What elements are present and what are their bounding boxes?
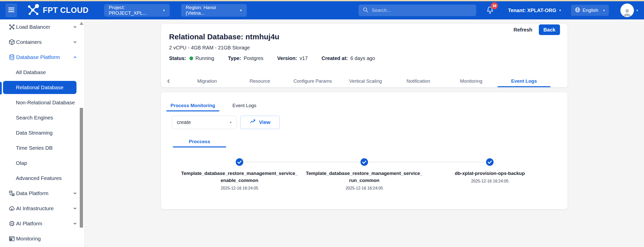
subtab-event-logs[interactable]: Event Logs [229,100,259,111]
chevron-down-icon [73,40,77,44]
project-selector[interactable]: Project: PROJECT_XPL... ▼ [104,4,170,17]
logo-text: FPT CLOUD [43,6,89,15]
tab-monitoring[interactable]: Monitoring [445,75,498,87]
sidebar-item-ai-infrastructure[interactable]: AI Infrastructure [0,201,84,216]
detail-tabs: Migration Resource Configure Params Vert… [161,75,568,87]
subtab-process-monitoring[interactable]: Process Monitoring [166,100,219,111]
database-icon [8,54,15,61]
step-name: enable_common [174,177,305,184]
search-icon [363,7,369,14]
sidebar-item-search-engines[interactable]: Search Engines [0,110,84,125]
search-input[interactable] [372,8,472,13]
timeline-connector [369,162,486,162]
status-running-dot [189,56,193,60]
tab-configure-params[interactable]: Configure Params [286,75,339,87]
chevron-down-icon: ▼ [239,9,242,12]
fpt-cloud-logo[interactable]: FPT CLOUD [27,4,89,17]
sidebar-item-label: Containers [16,39,42,45]
data-platform-icon [8,190,15,197]
sidebar-active-indicator [0,82,2,95]
status-value: Running [195,55,214,61]
back-button[interactable]: Back [539,24,560,35]
ai-chip-icon: AI [8,220,15,227]
tab-event-logs[interactable]: Event Logs [498,75,550,87]
sidebar-item-label: AI Platform [16,221,42,227]
process-type-select[interactable]: create ▼ [172,116,236,129]
chevron-down-icon: ▼ [636,9,638,12]
tenant-selector[interactable]: Tenant: XPLAT-ORG ▼ [508,8,561,13]
sidebar-nav: Load Balancer Containers [0,19,85,247]
tabs-scroll-left-button[interactable] [166,79,171,84]
tab-vertical-scaling[interactable]: Vertical Scaling [339,75,392,87]
user-menu[interactable]: ▼ [620,4,638,17]
sidebar-item-containers[interactable]: Containers [0,35,84,50]
sidebar-item-label: Database Platform [16,54,60,60]
avatar [620,4,634,17]
created-at-label: Created at: [321,55,348,61]
sidebar-item-non-relational-database[interactable]: Non-Relational Database [0,95,84,110]
event-logs-panel: Process Monitoring Event Logs create ▼ V… [161,92,568,209]
timeline-step: Template_database_restore_management_ser… [299,170,430,191]
chevron-down-icon: ▼ [163,9,165,12]
monitoring-icon [8,235,15,242]
language-selector-label: English [583,8,598,13]
tab-notification[interactable]: Notification [392,75,445,87]
sidebar-item-monitoring[interactable]: Monitoring [0,231,84,246]
step-name: Template_database_restore_management_ser… [299,170,430,177]
process-tab[interactable]: Proccess [173,136,226,147]
globe-icon [575,7,581,14]
sidebar-item-ai-platform[interactable]: AI AI Platform [0,216,84,231]
refresh-button[interactable]: Refresh [514,27,532,33]
sidebar-item-time-series-db[interactable]: Time Series DB [0,140,84,156]
sidebar-item-load-balancer[interactable]: Load Balancer [0,19,84,35]
sidebar-item-olap[interactable]: Olap [0,156,84,171]
notifications-button[interactable]: 39 [486,6,494,15]
panel-subtabs: Process Monitoring Event Logs [166,92,568,111]
sidebar-item-label: Monitoring [16,236,41,242]
process-type-select-value: create [177,119,191,125]
region-selector-label: Region: Hanoi (Vietna... [186,5,233,16]
sidebar-item-label: Load Balancer [16,24,50,30]
hamburger-menu-button[interactable] [6,4,17,17]
type-value: Postgres [244,55,263,61]
sidebar-item-label: Data Streaming [16,130,53,136]
page-title: Relational Database: ntmhuj4u [169,33,560,41]
created-at-value: 6 days ago [350,55,375,61]
tab-migration[interactable]: Migration [181,75,233,87]
sidebar-item-all-database[interactable]: All Database [0,65,84,80]
step-name: db-xplat-provision-ops-backup [424,170,555,177]
step-check-icon [235,158,244,166]
view-button[interactable]: View [240,116,280,129]
sidebar-item-label: Olap [16,160,27,166]
panel-controls: create ▼ View [172,116,568,129]
chevron-down-icon: ▼ [603,9,605,12]
sidebar-item-label: All Database [16,69,46,75]
trend-line-icon [250,119,256,126]
database-meta-row: Status: Running Type: Postgres Version: … [169,55,560,61]
sidebar-scroll-up-arrow[interactable] [79,22,84,25]
timeline-step: Template_database_restore_management_ser… [174,170,305,191]
step-timestamp: 2025-12-16 16:24:05 [299,186,430,191]
app-root: FPT CLOUD Project: PROJECT_XPL... ▼ Regi… [0,0,644,247]
sidebar-item-label: Advanced Features [16,175,62,181]
sidebar-scrollbar[interactable] [80,108,83,228]
sidebar-item-label: AI Infrastructure [16,205,54,211]
chevron-down-icon [73,25,77,29]
bell-icon [486,10,494,15]
sidebar-item-data-platform[interactable]: Data Platform [0,186,84,201]
sidebar-item-relational-database[interactable]: Relational Database [3,81,76,94]
version-value: v17 [300,55,308,61]
sidebar-item-label: Non-Relational Database [16,100,75,106]
sidebar-item-advanced-features[interactable]: Advanced Features [0,171,84,186]
region-selector[interactable]: Region: Hanoi (Vietna... ▼ [181,4,247,17]
sidebar-item-database-platform[interactable]: Database Platform [0,50,84,65]
language-selector[interactable]: English ▼ [571,5,609,16]
step-check-icon [360,158,368,166]
tab-resource[interactable]: Resource [233,75,286,87]
view-button-label: View [259,119,270,125]
chevron-down-icon [73,191,77,196]
step-name: Template_database_restore_management_ser… [174,170,305,177]
database-detail-card: Relational Database: ntmhuj4u 2 vCPU - 4… [161,24,568,87]
sidebar-item-data-streaming[interactable]: Data Streaming [0,125,84,140]
step-timestamp: 2025-12-16 16:24:05 [424,179,555,183]
